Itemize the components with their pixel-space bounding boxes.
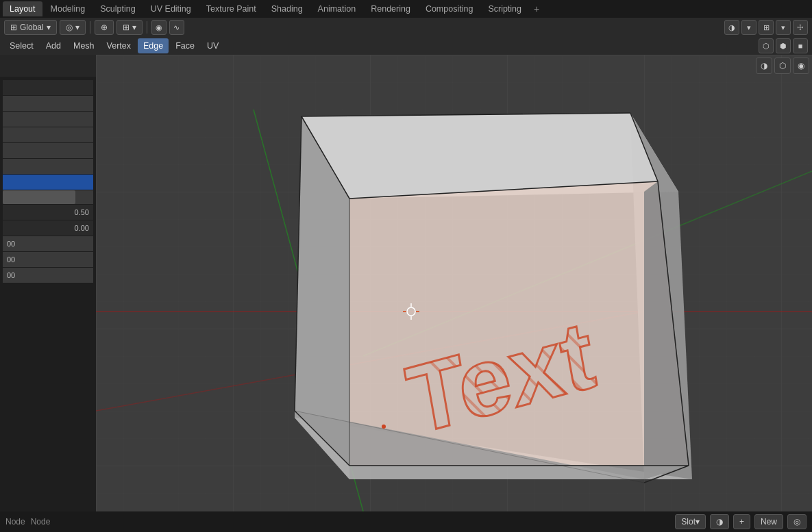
falloff-icon: ∿ (173, 23, 180, 32)
slot-label: Slot (681, 517, 696, 527)
sidebar-row-6[interactable] (3, 159, 93, 174)
chevron-down-icon3: ▾ (132, 21, 136, 34)
proportional-icon: ◉ (156, 23, 162, 32)
tab-compositing[interactable]: Compositing (419, 1, 480, 16)
sidebar-active-row[interactable] (3, 175, 93, 190)
overlay-options-icon: ▾ (781, 23, 785, 32)
snap-options[interactable]: ⊞ ▾ (116, 20, 143, 35)
new-slot-button[interactable]: New (754, 514, 783, 529)
mesh-uv-button[interactable]: UV (201, 38, 224, 53)
shading-solid-icon: ◑ (728, 23, 735, 32)
overlay-options[interactable]: ▾ (776, 20, 791, 35)
tab-modeling[interactable]: Modeling (44, 1, 93, 16)
sidebar-row-3[interactable] (3, 112, 93, 127)
sidebar-row-7[interactable]: 00 (3, 236, 93, 251)
shading-mode-icon[interactable]: ◑ (710, 514, 729, 529)
overlay-icon: ⊞ (763, 23, 770, 32)
overlay-toggle[interactable]: ⊞ (759, 20, 774, 35)
viewport-overlay-buttons: ◑ ⬡ ◉ (756, 58, 809, 74)
mesh-face-button[interactable]: Face (170, 38, 200, 53)
vertex-select-mode[interactable]: ⬡ (759, 38, 774, 53)
shading-icon: ◑ (716, 517, 723, 527)
tab-sculpting[interactable]: Sculpting (93, 1, 142, 16)
workspace-tabs-bar: Layout Modeling Sculpting UV Editing Tex… (0, 0, 812, 18)
addon-label: Node (5, 517, 25, 527)
tab-layout[interactable]: Layout (3, 1, 42, 16)
extra-icon: ◉ (798, 61, 804, 71)
pivot-icon: ◎ (66, 21, 73, 34)
mesh-add-button[interactable]: Add (40, 38, 66, 53)
mesh-vertex-button[interactable]: Vertex (101, 38, 136, 53)
separator-1 (90, 21, 90, 34)
sidebar-row-9[interactable]: 00 (3, 268, 93, 283)
mesh-toolbar-right: ⬡ ⬢ ■ (759, 38, 808, 53)
sidebar-value-2-text: 0.00 (75, 224, 89, 232)
mesh-edge-button[interactable]: Edge (138, 38, 169, 53)
browse-button[interactable]: ◎ (787, 514, 807, 529)
pivot-dropdown[interactable]: ◎ ▾ (60, 20, 86, 35)
mesh-mesh-button[interactable]: Mesh (68, 38, 100, 53)
viewport-display-icon[interactable]: ⬡ (774, 58, 791, 74)
mesh-select-button[interactable]: Select (4, 38, 39, 53)
3d-viewport[interactable]: Text Text (96, 55, 812, 511)
snap-options-icon: ⊞ (123, 21, 130, 34)
node-text: Node (31, 517, 51, 527)
transform-icon: ⊞ (10, 21, 17, 34)
tab-uv-editing[interactable]: UV Editing (144, 1, 198, 16)
add-workspace-button[interactable]: + (530, 1, 543, 16)
sidebar-row-8[interactable]: 00 (3, 252, 93, 267)
svg-point-48 (382, 425, 386, 429)
tab-animation[interactable]: Animation (311, 1, 363, 16)
gizmo-toggle[interactable]: ☩ (793, 20, 808, 35)
face-mode-icon: ■ (798, 42, 803, 50)
slot-chevron-icon: ▾ (696, 517, 700, 527)
slot-dropdown[interactable]: Slot ▾ (675, 514, 706, 529)
edge-mode-icon: ⬢ (780, 42, 787, 51)
sidebar-value-2[interactable]: 0.00 (3, 220, 93, 236)
new-label: New (761, 517, 777, 527)
vertex-mode-icon: ⬡ (763, 42, 770, 51)
sidebar-value-1-text: 0.50 (75, 208, 89, 216)
proportional-falloff[interactable]: ∿ (169, 20, 184, 35)
sidebar-row-2[interactable] (3, 96, 93, 111)
gizmo-icon: ☩ (797, 23, 804, 32)
add-slot-button[interactable]: + (733, 514, 750, 529)
sidebar-content: 0.50 0.00 00 00 00 (0, 77, 96, 286)
shading-options-icon: ▾ (747, 23, 751, 32)
camera-icon: ◑ (761, 61, 767, 71)
sidebar-row-8-text: 00 (7, 255, 15, 264)
snap-toggle[interactable]: ⊕ (95, 20, 114, 35)
sidebar-row-9-text: 00 (7, 271, 15, 279)
transform-orientation-dropdown[interactable]: ⊞ Global ▾ (4, 20, 57, 35)
viewport-extra-icon[interactable]: ◉ (793, 58, 809, 74)
chevron-down-icon2: ▾ (75, 21, 79, 34)
sidebar-row-7-text: 00 (7, 240, 15, 248)
sidebar-header (0, 55, 96, 77)
tab-scripting[interactable]: Scripting (481, 1, 528, 16)
tab-shading[interactable]: Shading (264, 1, 310, 16)
browse-icon: ◎ (793, 517, 800, 527)
proportional-edit-toggle[interactable]: ◉ (151, 20, 167, 35)
tab-texture-paint[interactable]: Texture Paint (199, 1, 263, 16)
tab-rendering[interactable]: Rendering (364, 1, 417, 16)
mesh-toolbar: Select Add Mesh Vertex Edge Face UV ⬡ ⬢ … (0, 37, 812, 55)
sidebar-row-1 (3, 80, 93, 95)
sidebar-value-1[interactable]: 0.50 (3, 205, 93, 220)
sidebar-row-5[interactable] (3, 143, 93, 158)
scene-svg: Text Text (96, 55, 812, 511)
edge-select-mode[interactable]: ⬢ (776, 38, 791, 53)
separator-2 (147, 21, 147, 34)
face-select-mode[interactable]: ■ (793, 38, 808, 53)
viewport-camera-icon[interactable]: ◑ (756, 58, 772, 74)
sidebar-slider-1[interactable] (3, 190, 93, 204)
plus-icon: + (739, 517, 744, 527)
left-sidebar: 0.50 0.00 00 00 00 (0, 55, 96, 511)
chevron-down-icon: ▾ (47, 21, 51, 34)
viewport-shading-solid[interactable]: ◑ (724, 20, 739, 35)
sidebar-row-4[interactable] (3, 127, 93, 142)
snap-icon: ⊕ (101, 21, 108, 34)
display-icon: ⬡ (779, 61, 786, 71)
viewport-shading-options[interactable]: ▾ (741, 20, 756, 35)
header-toolbar: ⊞ Global ▾ ◎ ▾ ⊕ ⊞ ▾ ◉ ∿ ◑ ▾ ⊞ ▾ ☩ (0, 18, 812, 37)
status-bar: Node Node Slot ▾ ◑ + New ◎ (0, 511, 812, 532)
